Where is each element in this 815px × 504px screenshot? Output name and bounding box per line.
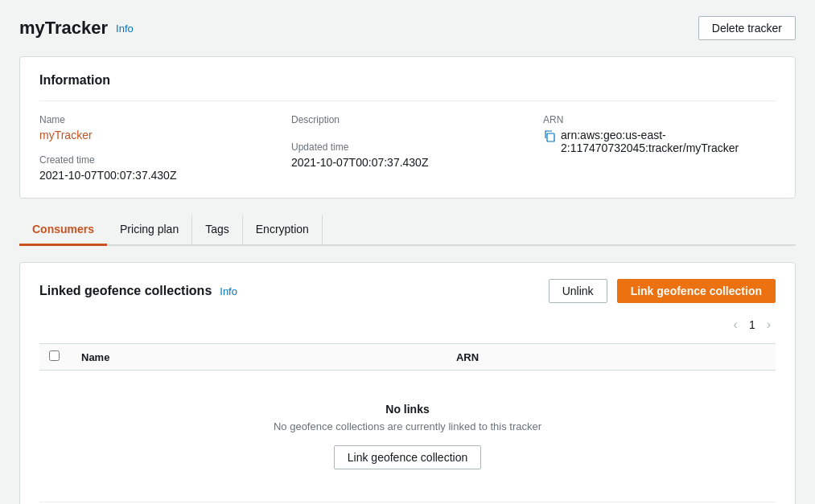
tab-encryption[interactable]: Encryption: [243, 215, 323, 246]
empty-state-row: No links No geofence collections are cur…: [39, 371, 776, 502]
empty-state-cell: No links No geofence collections are cur…: [39, 371, 776, 502]
delete-tracker-button[interactable]: Delete tracker: [698, 16, 796, 40]
updated-time-value: 2021-10-07T00:07:37.430Z: [291, 156, 524, 169]
info-grid: Name myTracker Created time 2021-10-07T0…: [39, 114, 776, 182]
card-actions: Unlink Link geofence collection: [549, 279, 776, 303]
card-info-link[interactable]: Info: [220, 285, 237, 297]
svg-rect-0: [547, 133, 554, 141]
pagination-row: ‹ 1 ›: [39, 316, 776, 334]
empty-desc: No geofence collections are currently li…: [49, 420, 766, 432]
empty-title: No links: [49, 403, 766, 416]
card-title-group: Linked geofence collections Info: [39, 284, 237, 298]
description-field: Description Updated time 2021-10-07T00:0…: [291, 114, 524, 182]
content-card-header: Linked geofence collections Info Unlink …: [39, 279, 776, 303]
copy-icon[interactable]: [543, 129, 556, 145]
empty-state: No links No geofence collections are cur…: [49, 377, 766, 495]
description-label: Description: [291, 114, 524, 125]
arn-field: ARN arn:aws:geo:us-east-2:117470732045:t…: [543, 114, 776, 182]
updated-time-label: Updated time: [291, 141, 524, 153]
empty-link-geofence-button[interactable]: Link geofence collection: [334, 445, 481, 469]
pagination-prev[interactable]: ‹: [729, 316, 743, 334]
tab-tags[interactable]: Tags: [192, 215, 243, 246]
table-header-name: Name: [72, 344, 447, 371]
unlink-button[interactable]: Unlink: [549, 279, 607, 303]
pagination-next[interactable]: ›: [762, 316, 776, 334]
link-geofence-button[interactable]: Link geofence collection: [617, 279, 776, 303]
page-info-link[interactable]: Info: [116, 23, 134, 35]
arn-label: ARN: [543, 114, 776, 125]
name-label: Name: [39, 114, 272, 125]
created-time-value: 2021-10-07T00:07:37.430Z: [39, 169, 272, 182]
card-title: Linked geofence collections: [39, 284, 212, 298]
pagination-current: 1: [749, 318, 755, 331]
page-title: myTracker: [19, 18, 108, 39]
table-header-checkbox: [39, 344, 72, 371]
geofence-table: Name ARN No links No geofence collection…: [39, 343, 776, 502]
name-value[interactable]: myTracker: [39, 129, 93, 141]
info-divider: [39, 100, 776, 101]
select-all-checkbox[interactable]: [49, 350, 60, 361]
info-card-title: Information: [39, 73, 776, 88]
page-header: myTracker Info Delete tracker: [19, 16, 796, 40]
linked-geofence-card: Linked geofence collections Info Unlink …: [19, 262, 796, 504]
page-header-left: myTracker Info: [19, 18, 134, 39]
arn-value: arn:aws:geo:us-east-2:117470732045:track…: [561, 129, 776, 154]
tab-consumers[interactable]: Consumers: [19, 215, 107, 246]
created-time-label: Created time: [39, 154, 272, 166]
information-card: Information Name myTracker Created time …: [19, 56, 796, 199]
name-field: Name myTracker Created time 2021-10-07T0…: [39, 114, 272, 182]
table-header-row: Name ARN: [39, 344, 776, 371]
table-header-arn: ARN: [447, 344, 776, 371]
tab-pricing-plan[interactable]: Pricing plan: [107, 215, 192, 246]
arn-row: arn:aws:geo:us-east-2:117470732045:track…: [543, 129, 776, 154]
tabs-container: Consumers Pricing plan Tags Encryption: [19, 215, 796, 246]
